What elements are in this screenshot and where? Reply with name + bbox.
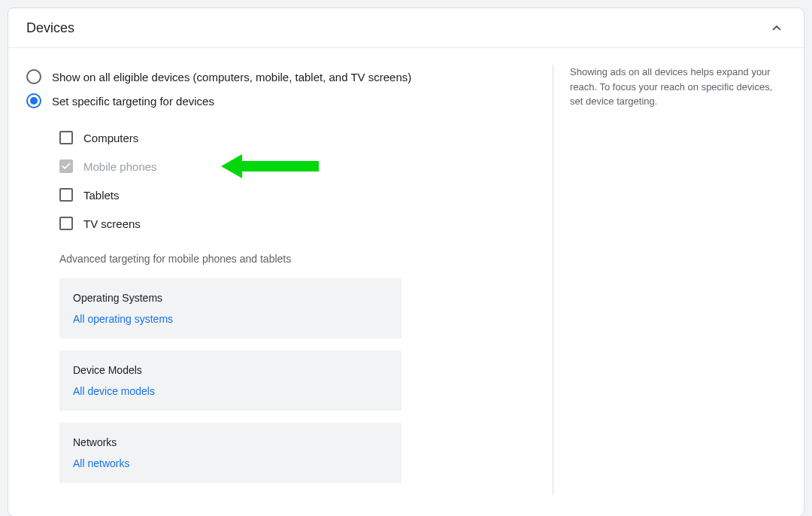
radio-specific-targeting[interactable]: Set specific targeting for devices bbox=[26, 89, 553, 113]
radio-icon bbox=[26, 69, 41, 84]
checkbox-tv-screens[interactable]: TV screens bbox=[59, 209, 553, 238]
adv-card-title: Device Models bbox=[73, 364, 388, 376]
card-body: Show on all eligible devices (computers,… bbox=[8, 48, 804, 516]
card-header: Devices bbox=[8, 8, 804, 48]
advanced-targeting-heading: Advanced targeting for mobile phones and… bbox=[26, 253, 553, 265]
operating-systems-card[interactable]: Operating Systems All operating systems bbox=[59, 278, 401, 338]
collapse-toggle[interactable] bbox=[768, 19, 786, 37]
adv-card-link[interactable]: All networks bbox=[73, 457, 388, 469]
device-checkbox-list: Computers Mobile phones Tablets bbox=[26, 123, 553, 238]
radio-label: Set specific targeting for devices bbox=[52, 95, 214, 108]
device-models-card[interactable]: Device Models All device models bbox=[59, 351, 401, 411]
help-text: Showing ads on all devices helps expand … bbox=[570, 65, 778, 109]
radio-all-devices[interactable]: Show on all eligible devices (computers,… bbox=[26, 65, 553, 89]
checkbox-icon bbox=[59, 217, 73, 230]
checkbox-mobile-phones: Mobile phones bbox=[59, 152, 553, 181]
checkbox-icon bbox=[59, 131, 73, 144]
devices-card: Devices Show on all eligible devices (co… bbox=[8, 8, 804, 516]
svg-marker-0 bbox=[221, 154, 319, 178]
checkbox-label: Computers bbox=[83, 132, 138, 144]
help-panel: Showing ads on all devices helps expand … bbox=[553, 65, 778, 495]
adv-card-link[interactable]: All operating systems bbox=[73, 313, 388, 325]
radio-label: Show on all eligible devices (computers,… bbox=[52, 71, 411, 83]
radio-icon bbox=[26, 93, 41, 108]
card-title: Devices bbox=[26, 20, 74, 36]
checkbox-computers[interactable]: Computers bbox=[59, 123, 553, 152]
adv-card-title: Operating Systems bbox=[73, 292, 388, 304]
adv-card-link[interactable]: All device models bbox=[73, 385, 388, 397]
checkbox-label: Tablets bbox=[83, 189, 120, 202]
left-column: Show on all eligible devices (computers,… bbox=[26, 65, 553, 495]
annotation-arrow-icon bbox=[221, 151, 319, 181]
chevron-up-icon bbox=[770, 21, 783, 35]
checkbox-icon bbox=[59, 188, 73, 202]
checkbox-icon bbox=[59, 159, 73, 173]
checkbox-tablets[interactable]: Tablets bbox=[59, 181, 553, 209]
checkbox-label: TV screens bbox=[83, 217, 141, 230]
checkbox-label: Mobile phones bbox=[83, 160, 157, 173]
networks-card[interactable]: Networks All networks bbox=[59, 423, 401, 483]
adv-card-title: Networks bbox=[73, 436, 388, 448]
